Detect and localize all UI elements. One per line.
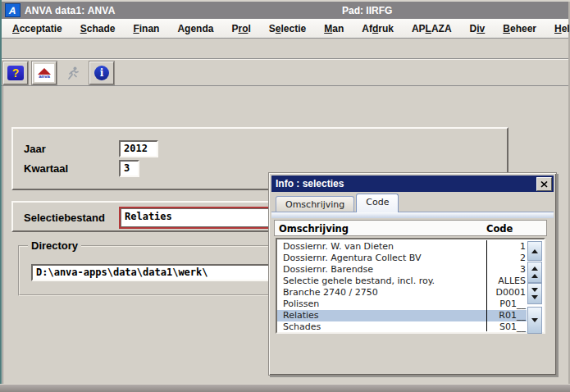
run-button <box>61 62 85 84</box>
item-omschrijving: Dossiernr. Barendse <box>277 264 373 275</box>
anva-main-window: A ANVA data1: ANVA Pad: IIRFG Acceptatie… <box>0 0 570 392</box>
item-omschrijving: Dossiernr. Agentura Collect BV <box>277 253 421 263</box>
item-omschrijving: Selectie gehele bestand, incl. roy. <box>277 276 435 286</box>
menu-bar: AcceptatieSchadeFinanAgendaProlSelectieM… <box>2 19 568 39</box>
list-item[interactable]: Branche 2740 / 2750D0001 <box>277 286 527 298</box>
list-item[interactable]: SchadesS01__ <box>277 321 527 333</box>
menu-item-selectie[interactable]: Selectie <box>260 21 315 37</box>
anva-home-button[interactable]: anva <box>32 62 57 84</box>
arrow-down-icon <box>531 318 538 322</box>
menu-item-finan[interactable]: Finan <box>124 21 168 37</box>
item-code: 3 <box>485 264 526 275</box>
item-code: S01__ <box>485 321 526 332</box>
menu-item-afdruk[interactable]: Afdruk <box>353 21 403 37</box>
kwartaal-label: Kwartaal <box>24 162 68 175</box>
selecties-listbox[interactable]: Dossiernr. W. van Dieten1Dossiernr. Agen… <box>276 238 545 334</box>
item-code: 2 <box>485 253 526 263</box>
list-item[interactable]: Selectie gehele bestand, incl. roy.ALLES <box>277 275 527 286</box>
menu-item-prol[interactable]: Prol <box>222 21 259 37</box>
arrow-down-icon <box>531 288 538 292</box>
info-icon: i <box>94 66 109 80</box>
kwartaal-input[interactable]: 3 <box>119 160 139 177</box>
item-omschrijving: Branche 2740 / 2750 <box>277 287 378 298</box>
menu-item-aplaza[interactable]: APLAZA <box>403 21 461 37</box>
menu-item-acceptatie[interactable]: Acceptatie <box>3 21 71 37</box>
window-title: ANVA data1: ANVA <box>25 5 116 16</box>
help-button[interactable]: ? <box>3 62 28 84</box>
info-button[interactable]: i <box>89 62 114 84</box>
menu-item-man[interactable]: Man <box>315 21 353 37</box>
menu-item-beheer[interactable]: Beheer <box>494 21 545 37</box>
dialog-title: Info : selecties <box>271 178 344 189</box>
anva-logo-icon: anva <box>34 64 54 82</box>
item-omschrijving: Dossiernr. W. van Dieten <box>277 241 394 252</box>
item-code: 1 <box>485 241 526 252</box>
column-header-code: Code <box>486 223 513 235</box>
scroll-up-page-button[interactable] <box>527 262 542 283</box>
dialog-tabs: OmschrijvingCode <box>276 194 400 212</box>
column-separator <box>486 240 487 331</box>
divider <box>2 86 3 384</box>
pad-label: Pad: IIRFG <box>342 5 392 16</box>
list-item[interactable]: PolissenP01__ <box>277 298 527 309</box>
menu-item-help[interactable]: Help <box>545 21 570 37</box>
tab-omschrijving[interactable]: Omschrijving <box>276 196 354 212</box>
jaar-input[interactable]: 2012 <box>119 140 158 157</box>
list-header: Omschrijving Code <box>274 220 547 236</box>
help-icon: ? <box>7 66 24 80</box>
item-omschrijving: Polissen <box>277 299 319 309</box>
info-selecties-dialog: Info : selecties OmschrijvingCode Omschr… <box>268 172 557 376</box>
menu-item-schade[interactable]: Schade <box>71 21 125 37</box>
tab-strip <box>271 212 554 218</box>
scroll-rail <box>527 241 542 330</box>
menu-item-agenda[interactable]: Agenda <box>168 21 222 37</box>
jaar-label: Jaar <box>24 143 46 155</box>
arrow-up-icon <box>531 249 538 253</box>
scroll-down-page-button[interactable] <box>527 283 542 304</box>
list-item[interactable]: Dossiernr. Barendse3 <box>277 263 527 275</box>
dialog-titlebar[interactable]: Info : selecties <box>271 175 554 192</box>
close-button[interactable] <box>536 177 552 191</box>
list-item[interactable]: Dossiernr. Agentura Collect BV2 <box>277 252 527 263</box>
item-code: D0001 <box>485 287 526 298</box>
list-item[interactable]: Dossiernr. W. van Dieten1 <box>277 240 527 252</box>
item-omschrijving: Schades <box>277 321 321 332</box>
runner-icon <box>66 66 80 80</box>
item-omschrijving: Relaties <box>277 310 319 321</box>
toolbar: ? anva i <box>3 62 114 84</box>
item-code: P01__ <box>485 299 526 309</box>
close-icon <box>540 181 548 188</box>
scroll-up-one-button[interactable] <box>527 241 542 261</box>
column-header-omschrijving: Omschrijving <box>279 223 349 235</box>
scroll-down-one-button[interactable] <box>527 307 542 334</box>
anva-app-icon: A <box>5 3 21 17</box>
menu-item-div[interactable]: Div <box>461 21 495 37</box>
item-code: R01__ <box>485 310 526 321</box>
selectiebestand-label: Selectiebestand <box>24 212 105 224</box>
arrow-up-icon <box>531 267 538 271</box>
item-code: ALLES <box>485 276 526 286</box>
list-item[interactable]: RelatiesR01__ <box>277 310 527 321</box>
arrow-up-icon <box>531 274 538 278</box>
divider <box>2 59 568 60</box>
tab-code[interactable]: Code <box>356 194 399 212</box>
main-titlebar: A ANVA data1: ANVA Pad: IIRFG <box>2 2 568 19</box>
directory-label: Directory <box>28 239 81 252</box>
arrow-down-icon <box>531 295 538 299</box>
divider <box>2 85 568 86</box>
bottom-frame <box>0 384 570 392</box>
